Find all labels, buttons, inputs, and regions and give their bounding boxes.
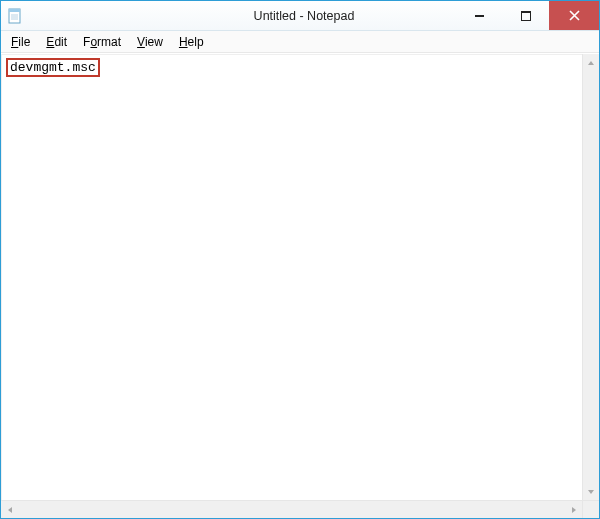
svg-rect-5 [475,15,484,17]
menu-edit[interactable]: Edit [38,31,75,52]
titlebar[interactable]: Untitled - Notepad [1,1,599,31]
titlebar-left [1,1,151,30]
content-area: devmgmt.msc [1,53,599,500]
close-button[interactable] [549,1,599,30]
horizontal-scrollbar[interactable] [1,501,582,518]
notepad-window: Untitled - Notepad File Edit Format View… [0,0,600,519]
menu-view[interactable]: View [129,31,171,52]
scroll-left-icon[interactable] [1,501,18,518]
menu-file[interactable]: File [3,31,38,52]
menu-help[interactable]: Help [171,31,212,52]
minimize-button[interactable] [457,1,503,30]
scroll-right-icon[interactable] [565,501,582,518]
vertical-scrollbar[interactable] [582,54,599,500]
resize-grip[interactable] [582,501,599,518]
scroll-up-icon[interactable] [583,54,599,71]
menu-format[interactable]: Format [75,31,129,52]
svg-rect-7 [521,11,531,13]
window-title: Untitled - Notepad [151,1,457,30]
scroll-down-icon[interactable] [583,483,599,500]
window-controls [457,1,599,30]
maximize-button[interactable] [503,1,549,30]
svg-rect-1 [9,9,20,12]
bottom-bar [1,500,599,518]
menubar: File Edit Format View Help [1,31,599,53]
highlighted-text: devmgmt.msc [6,58,100,77]
notepad-icon [7,8,23,24]
text-editor[interactable]: devmgmt.msc [1,54,582,500]
